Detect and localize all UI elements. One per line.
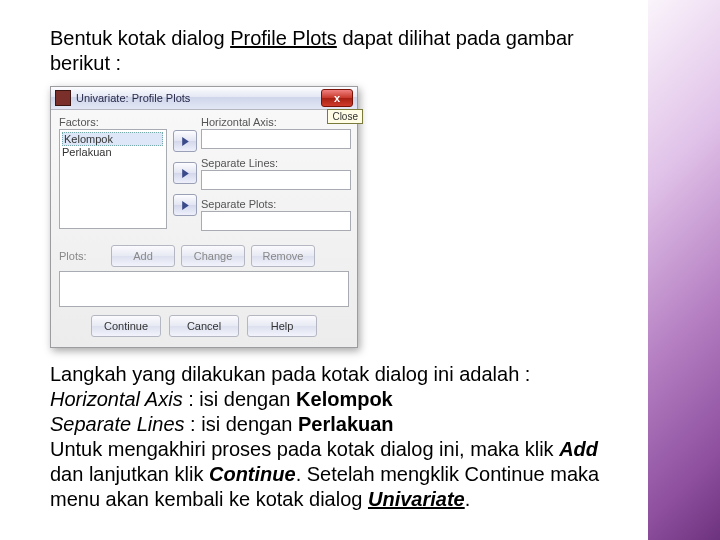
close-icon: x <box>334 93 340 104</box>
remove-button[interactable]: Remove <box>251 245 315 267</box>
continue-word: Continue <box>209 463 296 485</box>
dialog-body: Factors: Kelompok Perlakuan <box>51 110 357 347</box>
help-button[interactable]: Help <box>247 315 317 337</box>
cancel-button[interactable]: Cancel <box>169 315 239 337</box>
line1: Langkah yang dilakukan pada kotak dialog… <box>50 362 630 387</box>
slide-content: Bentuk kotak dialog Profile Plots dapat … <box>50 26 630 512</box>
instructions-text: Langkah yang dilakukan pada kotak dialog… <box>50 362 630 512</box>
app-icon <box>55 90 71 106</box>
intro-pre: Bentuk kotak dialog <box>50 27 230 49</box>
p2a: dan lanjutkan klik <box>50 463 209 485</box>
intro-underlined: Profile Plots <box>230 27 337 49</box>
add-word: Add <box>559 438 598 460</box>
p1a: Untuk mengakhiri proses pada kotak dialo… <box>50 438 559 460</box>
separate-lines-input[interactable] <box>201 170 351 190</box>
arrow-right-icon <box>180 136 191 147</box>
ha-text: : isi dengan <box>183 388 296 410</box>
separate-plots-input[interactable] <box>201 211 351 231</box>
horizontal-axis-input[interactable] <box>201 129 351 149</box>
change-button[interactable]: Change <box>181 245 245 267</box>
plots-listbox[interactable] <box>59 271 349 307</box>
list-item[interactable]: Perlakuan <box>62 146 164 158</box>
intro-text: Bentuk kotak dialog Profile Plots dapat … <box>50 26 630 76</box>
close-button[interactable]: x <box>321 89 353 107</box>
sl-text: : isi dengan <box>185 413 298 435</box>
close-tooltip: Close <box>327 109 363 124</box>
ha-label: Horizontal Axis <box>50 388 183 410</box>
move-to-lines-button[interactable] <box>173 162 197 184</box>
separate-plots-label: Separate Plots: <box>201 198 349 210</box>
arrow-right-icon <box>180 200 191 211</box>
factors-label: Factors: <box>59 116 167 128</box>
list-item[interactable]: Kelompok <box>62 132 163 146</box>
univariate-word: Univariate <box>368 488 465 510</box>
sl-label: Separate Lines <box>50 413 185 435</box>
dialog-title: Univariate: Profile Plots <box>76 92 190 104</box>
move-to-plots-button[interactable] <box>173 194 197 216</box>
plots-label: Plots: <box>59 250 105 262</box>
sl-bold: Perlakuan <box>298 413 394 435</box>
separate-lines-label: Separate Lines: <box>201 157 349 169</box>
move-to-horizontal-button[interactable] <box>173 130 197 152</box>
dialog-window: Univariate: Profile Plots x Close Factor… <box>50 86 358 348</box>
add-button[interactable]: Add <box>111 245 175 267</box>
p2e: . <box>465 488 471 510</box>
side-gradient <box>648 0 720 540</box>
factors-listbox[interactable]: Kelompok Perlakuan <box>59 129 167 229</box>
ha-bold: Kelompok <box>296 388 393 410</box>
titlebar: Univariate: Profile Plots x Close <box>51 87 357 110</box>
continue-button[interactable]: Continue <box>91 315 161 337</box>
arrow-right-icon <box>180 168 191 179</box>
